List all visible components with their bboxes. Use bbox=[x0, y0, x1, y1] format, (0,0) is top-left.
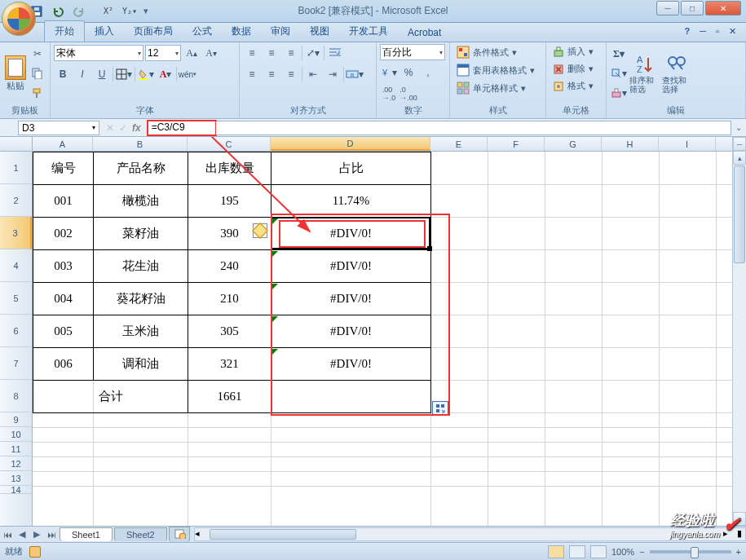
fill-handle[interactable] bbox=[427, 246, 432, 251]
cell-C1[interactable]: 出库数量 bbox=[188, 152, 271, 185]
underline-button[interactable]: U bbox=[93, 65, 111, 83]
font-color-button[interactable]: A▾ bbox=[157, 65, 174, 83]
formula-rest[interactable] bbox=[216, 121, 731, 135]
copy-icon[interactable] bbox=[29, 64, 46, 82]
help-icon[interactable]: ? bbox=[682, 26, 694, 37]
tab-acrobat[interactable]: Acrobat bbox=[398, 24, 451, 42]
row-header-14[interactable]: 14 bbox=[0, 486, 32, 494]
cell-D1[interactable]: 占比 bbox=[271, 152, 431, 185]
cell-D6[interactable]: #DIV/0! bbox=[271, 315, 431, 348]
cell-C2[interactable]: 195 bbox=[188, 185, 271, 218]
office-button[interactable] bbox=[2, 2, 36, 36]
row-header-4[interactable]: 4 bbox=[0, 249, 32, 282]
zoom-slider[interactable] bbox=[650, 550, 731, 553]
number-format-combo[interactable]: 百分比▾ bbox=[380, 44, 445, 60]
align-top-icon[interactable]: ≡ bbox=[243, 44, 261, 62]
cell-A2[interactable]: 001 bbox=[33, 185, 94, 218]
format-painter-icon[interactable] bbox=[29, 84, 46, 102]
insert-cells-button[interactable]: 插入▾ bbox=[550, 44, 603, 60]
cell-B4[interactable]: 花生油 bbox=[94, 250, 188, 283]
align-left-icon[interactable]: ≡ bbox=[243, 65, 261, 83]
close-button[interactable]: ✕ bbox=[705, 1, 741, 15]
row-header-9[interactable]: 9 bbox=[0, 412, 32, 427]
autofill-options-button[interactable] bbox=[432, 401, 448, 416]
paste-button[interactable]: 粘贴 bbox=[3, 45, 27, 102]
tab-nav-next[interactable]: ▶ bbox=[29, 527, 44, 542]
sort-filter-button[interactable]: AZ 排序和筛选 bbox=[629, 45, 660, 102]
sheet-tab-2[interactable]: Sheet2 bbox=[114, 527, 167, 541]
cell-A5[interactable]: 004 bbox=[33, 283, 94, 315]
tab-nav-prev[interactable]: ◀ bbox=[15, 527, 29, 542]
col-header-D[interactable]: D bbox=[271, 137, 430, 151]
cell-A1[interactable]: 编号 bbox=[33, 152, 94, 185]
new-sheet-button[interactable] bbox=[169, 527, 190, 542]
cell-D5[interactable]: #DIV/0! bbox=[271, 283, 431, 315]
merge-button[interactable]: a▾ bbox=[346, 65, 364, 83]
accept-formula-icon[interactable]: ✓ bbox=[119, 122, 127, 134]
split-box-v[interactable]: ─ bbox=[733, 137, 746, 151]
cut-icon[interactable]: ✂ bbox=[29, 45, 46, 63]
cell-B1[interactable]: 产品名称 bbox=[94, 152, 188, 185]
scroll-up-button[interactable]: ▴ bbox=[733, 151, 746, 165]
bold-button[interactable]: B bbox=[54, 65, 72, 83]
undo-icon[interactable] bbox=[49, 2, 67, 20]
more-icon[interactable]: Y₂▾ bbox=[121, 2, 139, 20]
tab-developer[interactable]: 开发工具 bbox=[339, 21, 398, 42]
fx-button[interactable]: fx bbox=[132, 122, 141, 134]
zoom-out-button[interactable]: − bbox=[639, 547, 644, 557]
cell-C8[interactable]: 1661 bbox=[188, 381, 271, 413]
tab-insert[interactable]: 插入 bbox=[85, 21, 124, 42]
col-header-E[interactable]: E bbox=[430, 137, 488, 151]
phonetic-button[interactable]: wén▾ bbox=[179, 65, 196, 83]
zoom-level[interactable]: 100% bbox=[611, 547, 634, 557]
col-header-I[interactable]: I bbox=[659, 137, 716, 151]
col-header-F[interactable]: F bbox=[488, 137, 545, 151]
row-header-7[interactable]: 7 bbox=[0, 347, 32, 380]
row-header-12[interactable]: 12 bbox=[0, 456, 32, 471]
clear-icon[interactable]: ▾ bbox=[610, 84, 628, 102]
ribbon-minimize-button[interactable]: ─ bbox=[696, 26, 709, 37]
cell-D3[interactable]: #DIV/0! bbox=[271, 218, 431, 250]
vertical-scrollbar[interactable]: ─ ▴ ▾ bbox=[732, 137, 746, 526]
name-box[interactable]: D3▾ bbox=[18, 121, 99, 135]
conditional-format-button[interactable]: 条件格式▾ bbox=[453, 44, 542, 60]
row-header-10[interactable]: 10 bbox=[0, 427, 32, 442]
ribbon-restore-button[interactable]: ▫ bbox=[713, 26, 722, 37]
tab-review[interactable]: 审阅 bbox=[261, 21, 300, 42]
autosum-icon[interactable]: Σ▾ bbox=[610, 45, 628, 63]
italic-button[interactable]: I bbox=[73, 65, 91, 83]
select-all-corner[interactable] bbox=[0, 137, 33, 151]
cell-A6[interactable]: 005 bbox=[33, 315, 94, 348]
cell-B2[interactable]: 橄榄油 bbox=[94, 185, 188, 218]
cell-B7[interactable]: 调和油 bbox=[94, 348, 188, 381]
redo-icon[interactable] bbox=[70, 2, 88, 20]
row-header-1[interactable]: 1 bbox=[0, 152, 32, 184]
row-header-13[interactable]: 13 bbox=[0, 471, 32, 486]
cell-B3[interactable]: 菜籽油 bbox=[94, 218, 188, 250]
align-middle-icon[interactable]: ≡ bbox=[263, 44, 280, 62]
find-select-button[interactable]: 查找和选择 bbox=[662, 45, 693, 102]
cell-C7[interactable]: 321 bbox=[188, 348, 271, 381]
tab-page-layout[interactable]: 页面布局 bbox=[124, 21, 183, 42]
cell-B5[interactable]: 葵花籽油 bbox=[94, 283, 188, 315]
cell-A7[interactable]: 006 bbox=[33, 348, 94, 381]
cells[interactable]: 编号 产品名称 出库数量 占比 001橄榄油19511.74% 002菜籽油39… bbox=[33, 152, 732, 526]
increase-decimal-icon[interactable]: .00→.0 bbox=[380, 85, 398, 103]
cell-C5[interactable]: 210 bbox=[188, 283, 271, 315]
row-header-6[interactable]: 6 bbox=[0, 315, 32, 347]
normal-view-button[interactable] bbox=[548, 545, 564, 558]
font-size-combo[interactable]: 12▾ bbox=[145, 45, 181, 61]
decrease-decimal-icon[interactable]: .0→.00 bbox=[399, 85, 417, 103]
align-right-icon[interactable]: ≡ bbox=[282, 65, 300, 83]
cell-A8[interactable]: 合计 bbox=[33, 381, 188, 413]
orientation-icon[interactable]: ⤢▾ bbox=[304, 44, 322, 62]
horizontal-scrollbar[interactable]: ◂ ▸ ▮ bbox=[194, 527, 746, 541]
cell-C6[interactable]: 305 bbox=[188, 315, 271, 348]
cell-styles-button[interactable]: 单元格样式▾ bbox=[453, 80, 542, 96]
row-header-8[interactable]: 8 bbox=[0, 380, 32, 412]
fill-color-button[interactable]: ▾ bbox=[137, 65, 155, 83]
quick-print-icon[interactable]: X² bbox=[99, 2, 117, 20]
indent-decrease-icon[interactable]: ⇤ bbox=[304, 65, 322, 83]
align-bottom-icon[interactable]: ≡ bbox=[282, 44, 300, 62]
table-format-button[interactable]: 套用表格格式▾ bbox=[453, 62, 542, 78]
